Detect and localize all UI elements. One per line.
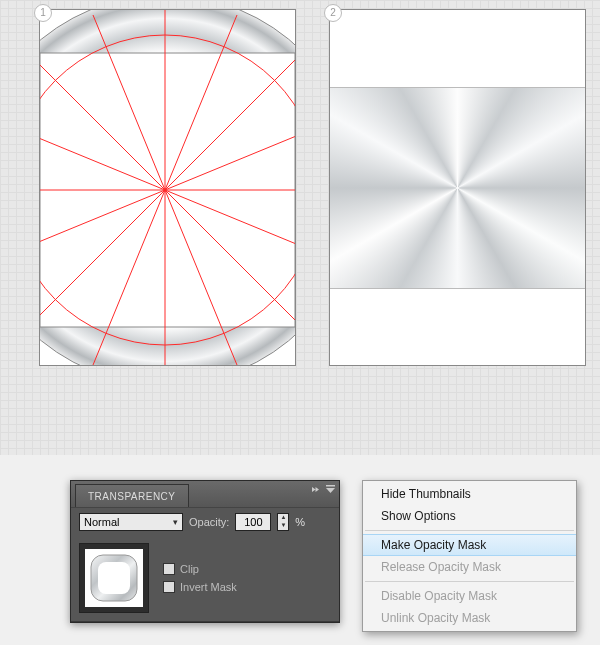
panel-context-menu: Hide Thumbnails Show Options Make Opacit…	[362, 480, 577, 632]
panel-collapse-icon[interactable]	[310, 484, 321, 495]
menu-hide-thumbnails[interactable]: Hide Thumbnails	[363, 483, 576, 505]
menu-unlink-opacity-mask: Unlink Opacity Mask	[363, 607, 576, 629]
checkbox-icon	[163, 581, 175, 593]
opacity-stepper[interactable]: ▲▼	[277, 513, 289, 531]
menu-show-options[interactable]: Show Options	[363, 505, 576, 527]
menu-separator	[365, 530, 574, 531]
artboard-1-content	[40, 10, 295, 365]
panel-tab-bar: TRANSPARENCY	[71, 481, 339, 507]
transparency-panel[interactable]: TRANSPARENCY Normal Opacity: 100 ▲▼ %	[70, 480, 340, 623]
blend-mode-dropdown[interactable]: Normal	[79, 513, 183, 531]
opacity-label: Opacity:	[189, 516, 229, 528]
thumbnail-icon	[89, 553, 139, 603]
clip-checkbox[interactable]: Clip	[163, 563, 237, 575]
panel-row-thumbs: Clip Invert Mask	[71, 535, 339, 622]
checkbox-icon	[163, 563, 175, 575]
angular-gradient-rect	[330, 88, 585, 288]
panels-area: TRANSPARENCY Normal Opacity: 100 ▲▼ %	[0, 455, 600, 645]
menu-make-opacity-mask[interactable]: Make Opacity Mask	[363, 534, 576, 556]
opacity-suffix: %	[295, 516, 305, 528]
circle-geometry-art	[40, 10, 295, 365]
panel-row-blend: Normal Opacity: 100 ▲▼ %	[71, 507, 339, 535]
canvas-grid[interactable]: 1	[0, 0, 600, 455]
svg-rect-15	[326, 485, 335, 487]
artboard-badge-2: 2	[324, 4, 342, 22]
menu-separator	[365, 581, 574, 582]
transparency-tab[interactable]: TRANSPARENCY	[75, 484, 189, 507]
clip-label: Clip	[180, 563, 199, 575]
menu-disable-opacity-mask: Disable Opacity Mask	[363, 585, 576, 607]
svg-rect-17	[98, 562, 130, 594]
opacity-input[interactable]: 100	[235, 513, 271, 531]
opacity-thumbnail[interactable]	[79, 543, 149, 613]
panel-menu-icon[interactable]	[325, 484, 336, 495]
artboard-2-content	[330, 10, 585, 365]
artboard-badge-1: 1	[34, 4, 52, 22]
invert-mask-checkbox[interactable]: Invert Mask	[163, 581, 237, 593]
menu-release-opacity-mask: Release Opacity Mask	[363, 556, 576, 578]
invert-mask-label: Invert Mask	[180, 581, 237, 593]
